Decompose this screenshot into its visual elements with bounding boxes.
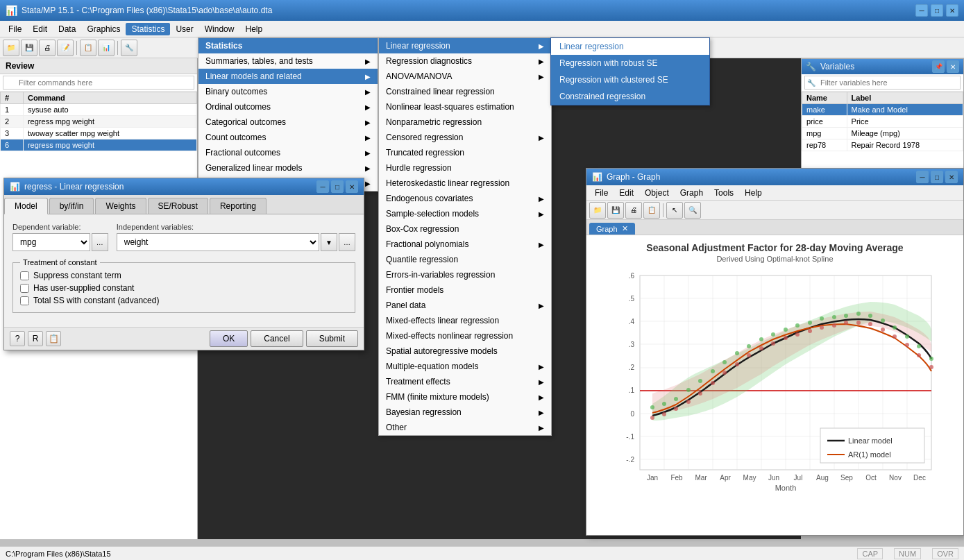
linreg-constrained[interactable]: Constrained regression <box>551 88 709 105</box>
sub-heterosk[interactable]: Heteroskedastic linear regression <box>379 176 551 191</box>
menu-file[interactable]: File <box>3 23 27 35</box>
sub-errors-in-vars[interactable]: Errors-in-variables regression <box>379 267 551 282</box>
menu-data[interactable]: Data <box>53 23 81 35</box>
table-row[interactable]: 3 twoway scatter mpg weight <box>1 128 197 139</box>
tab-weights[interactable]: Weights <box>95 198 146 214</box>
list-item[interactable]: price Price <box>802 116 963 128</box>
sub-spatial[interactable]: Spatial autoregressive models <box>379 343 551 359</box>
menu-item-binary[interactable]: Binary outcomes ▶ <box>198 84 378 99</box>
menu-statistics[interactable]: Statistics <box>126 23 170 35</box>
review-filter-input[interactable] <box>3 76 194 90</box>
tab-reporting[interactable]: Reporting <box>210 198 267 214</box>
ok-button[interactable]: OK <box>210 330 248 347</box>
minimize-button[interactable]: ─ <box>915 4 928 17</box>
graph-tb-print[interactable]: 🖨 <box>625 202 642 219</box>
close-button[interactable]: ✕ <box>946 4 958 17</box>
tb-open[interactable]: 📁 <box>3 40 19 56</box>
sub-mixed-nonlinear[interactable]: Mixed-effects nonlinear regression <box>379 328 551 343</box>
table-row[interactable]: 2 regress mpg weight <box>1 116 197 128</box>
tb-log[interactable]: 📝 <box>57 40 74 56</box>
sub-fmm[interactable]: FMM (finite mixture models) ▶ <box>379 389 551 405</box>
sub-truncated[interactable]: Truncated regression <box>379 145 551 160</box>
menu-item-ordinal[interactable]: Ordinal outcomes ▶ <box>198 99 378 114</box>
sub-anova[interactable]: ANOVA/MANOVA ▶ <box>379 69 551 84</box>
linreg-robust[interactable]: Regression with robust SE <box>551 55 709 71</box>
sub-linear-regression[interactable]: Linear regression ▶ <box>379 38 551 53</box>
tb-vars[interactable]: 🔧 <box>121 40 137 56</box>
vars-close[interactable]: ✕ <box>947 60 959 73</box>
table-row[interactable]: 6 regress mpg weight <box>1 139 197 151</box>
sub-treatment[interactable]: Treatment effects ▶ <box>379 374 551 389</box>
vars-filter-input[interactable] <box>804 76 961 90</box>
sub-constrained[interactable]: Constrained linear regression <box>379 84 551 99</box>
graph-tb-open[interactable]: 📁 <box>589 202 606 219</box>
sub-frontier[interactable]: Frontier models <box>379 282 551 298</box>
graph-menu-file[interactable]: File <box>589 187 614 199</box>
total-ss-checkbox[interactable] <box>20 296 29 305</box>
list-item[interactable]: make Make and Model <box>802 104 963 116</box>
menu-edit[interactable]: Edit <box>27 23 53 35</box>
graph-menu-help[interactable]: Help <box>739 187 768 199</box>
indep-var-extra[interactable]: … <box>339 233 355 251</box>
tab-se-robust[interactable]: SE/Robust <box>148 198 208 214</box>
suppress-checkbox[interactable] <box>20 271 29 280</box>
graph-maximize[interactable]: □ <box>931 171 943 183</box>
cancel-button[interactable]: Cancel <box>251 330 303 347</box>
sub-regression-diagnostics[interactable]: Regression diagnostics ▶ <box>379 53 551 69</box>
dialog-minimize[interactable]: ─ <box>316 180 329 193</box>
graph-tab[interactable]: Graph ✕ <box>589 223 635 235</box>
sub-hurdle[interactable]: Hurdle regression <box>379 160 551 176</box>
menu-item-linear[interactable]: Linear models and related ▶ <box>198 69 378 84</box>
indep-var-select[interactable]: weight <box>117 233 319 251</box>
graph-menu-graph[interactable]: Graph <box>675 187 709 199</box>
graph-close[interactable]: ✕ <box>945 171 958 183</box>
linreg-linear[interactable]: Linear regression <box>551 38 709 55</box>
menu-graphics[interactable]: Graphics <box>81 23 126 35</box>
copy-icon[interactable]: 📋 <box>46 331 61 346</box>
indep-var-browse[interactable]: ▼ <box>321 233 337 251</box>
graph-menu-tools[interactable]: Tools <box>709 187 739 199</box>
sub-nonparametric[interactable]: Nonparametric regression <box>379 114 551 130</box>
user-supplied-checkbox[interactable] <box>20 284 29 293</box>
tab-model[interactable]: Model <box>4 198 48 214</box>
menu-user[interactable]: User <box>170 23 198 35</box>
sub-boxcox[interactable]: Box-Cox regression <box>379 221 551 237</box>
list-item[interactable]: mpg Mileage (mpg) <box>802 128 963 139</box>
tb-save[interactable]: 💾 <box>21 40 37 56</box>
sub-mixed-linear[interactable]: Mixed-effects linear regression <box>379 313 551 328</box>
tb-graph[interactable]: 📊 <box>98 40 115 56</box>
vars-pin[interactable]: 📌 <box>932 60 945 73</box>
menu-window[interactable]: Window <box>199 23 240 35</box>
graph-tab-close[interactable]: ✕ <box>622 224 628 233</box>
graph-menu-object[interactable]: Object <box>639 187 675 199</box>
help-icon[interactable]: ? <box>10 331 25 346</box>
graph-tb-zoom[interactable]: 🔍 <box>684 202 701 219</box>
reset-icon[interactable]: R <box>28 331 43 346</box>
tb-viewer[interactable]: 📋 <box>80 40 96 56</box>
sub-bayesian[interactable]: Bayesian regression ▶ <box>379 405 551 420</box>
menu-help[interactable]: Help <box>239 23 268 35</box>
tab-by-if-in[interactable]: by/if/in <box>49 198 94 214</box>
graph-tb-copy[interactable]: 📋 <box>643 202 660 219</box>
dialog-close[interactable]: ✕ <box>346 180 358 193</box>
sub-quantile[interactable]: Quantile regression <box>379 252 551 267</box>
graph-menu-edit[interactable]: Edit <box>614 187 639 199</box>
sub-nonlinear-ls[interactable]: Nonlinear least-squares estimation <box>379 99 551 114</box>
sub-panel[interactable]: Panel data ▶ <box>379 298 551 313</box>
dep-var-select[interactable]: mpg <box>12 233 90 251</box>
sub-multi-eq[interactable]: Multiple-equation models ▶ <box>379 359 551 374</box>
sub-censored[interactable]: Censored regression ▶ <box>379 130 551 145</box>
sub-fractional-poly[interactable]: Fractional polynomials ▶ <box>379 237 551 252</box>
dep-var-browse[interactable]: … <box>92 233 108 251</box>
linreg-clustered[interactable]: Regression with clustered SE <box>551 71 709 88</box>
graph-tb-select[interactable]: ↖ <box>666 202 683 219</box>
dialog-maximize[interactable]: □ <box>331 180 344 193</box>
sub-sample-selection[interactable]: Sample-selection models ▶ <box>379 206 551 221</box>
maximize-button[interactable]: □ <box>931 4 943 17</box>
menu-item-summaries[interactable]: Summaries, tables, and tests ▶ <box>198 53 378 69</box>
sub-other[interactable]: Other ▶ <box>379 420 551 435</box>
menu-item-categorical[interactable]: Categorical outcomes ▶ <box>198 114 378 130</box>
sub-endogenous[interactable]: Endogenous covariates ▶ <box>379 191 551 206</box>
submit-button[interactable]: Submit <box>306 330 358 347</box>
menu-item-fractional[interactable]: Fractional outcomes ▶ <box>198 145 378 160</box>
